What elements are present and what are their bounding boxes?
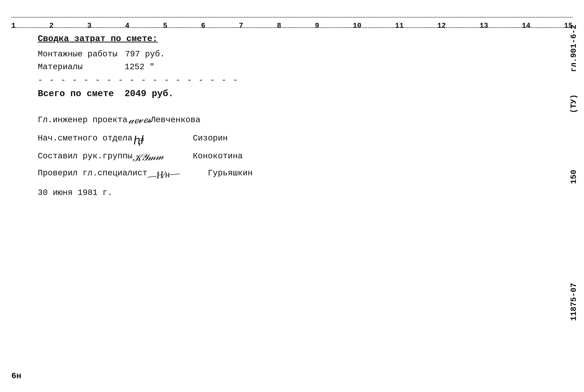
sig2-name: Сизорин (193, 134, 228, 143)
right-label-tu: (ТУ) (569, 94, 578, 113)
summary-row-2: Материалы 1252 " (38, 62, 554, 72)
signatures-section: Гл.инженер проекта 𝒶𝓮𝓋𝓮𝓈 Левченкова Нач.… (38, 114, 554, 198)
sig1-image: 𝒶𝓮𝓋𝓮𝓈 (128, 113, 151, 126)
sig2-image: ⱨⱡ (132, 129, 193, 148)
sig-row-2: Нач.сметного отдела ⱨⱡ Сизорин (38, 132, 554, 145)
ruler-num-1: 1 (11, 22, 16, 30)
total-label: Всего по смете (38, 88, 117, 99)
sig1-label: Гл.инженер проекта (38, 115, 128, 125)
page: 1 2 3 4 5 6 7 8 9 10 11 12 13 14 15 Свод… (0, 0, 584, 392)
ruler-num-9: 9 (315, 22, 319, 30)
ruler-num-13: 13 (480, 22, 488, 30)
ruler-num-12: 12 (437, 22, 446, 30)
main-content: Сводка затрат по смете: Монтажные работы… (38, 34, 554, 198)
right-label-doc-number: гл.901-6-2 (569, 24, 578, 72)
total-value: 2049 руб. (125, 88, 173, 99)
row2-label: Материалы (38, 62, 117, 72)
ruler-bottom-line (11, 27, 573, 28)
ruler-num-3: 3 (87, 22, 92, 30)
row1-label: Монтажные работы (38, 50, 117, 59)
sig-row-4: Проверил гл.специалист —Н⁄н― Гурьяшкин (38, 168, 554, 178)
sig1-name: Левченкова (151, 115, 200, 125)
ruler-dashed-line (11, 17, 573, 18)
summary-title: Сводка затрат по смете: (38, 34, 554, 44)
bottom-left-label: 6н (11, 371, 21, 381)
ruler-num-10: 10 (353, 22, 362, 30)
row2-value: 1252 " (125, 62, 154, 72)
ruler-num-14: 14 (522, 22, 530, 30)
sig4-label: Проверил гл.специалист (38, 168, 147, 178)
ruler: 1 2 3 4 5 6 7 8 9 10 11 12 13 14 15 (0, 11, 584, 26)
ruler-num-8: 8 (277, 22, 281, 30)
ruler-num-7: 7 (239, 22, 243, 30)
ruler-num-4: 4 (125, 22, 129, 30)
divider: - - - - - - - - - - - - - - - - - - (38, 76, 554, 85)
sig3-name: Конокотина (193, 152, 243, 161)
sig3-image: 𝒦𝒴𝓂𝓂 (132, 148, 193, 164)
sig4-image: —Н⁄н― (147, 164, 208, 182)
summary-row-1: Монтажные работы 797 руб. (38, 50, 554, 59)
right-label-bottom-number: 11875-07 (569, 283, 578, 321)
right-label-page: 150 (569, 170, 578, 184)
sig3-label: Составил рук.группы (38, 152, 133, 161)
ruler-num-6: 6 (201, 22, 205, 30)
ruler-numbers: 1 2 3 4 5 6 7 8 9 10 11 12 13 14 15 (11, 22, 573, 30)
sig-row-3: Составил рук.группы 𝒦𝒴𝓂𝓂 Конокотина (38, 150, 554, 162)
row1-value: 797 руб. (125, 50, 165, 59)
total-row: Всего по смете 2049 руб. (38, 88, 554, 99)
sig4-name: Гурьяшкин (208, 168, 253, 178)
sig2-label: Нач.сметного отдела (38, 134, 133, 143)
sig-row-1: Гл.инженер проекта 𝒶𝓮𝓋𝓮𝓈 Левченкова (38, 114, 554, 126)
ruler-num-5: 5 (163, 22, 167, 30)
date: 30 июня 1981 г. (38, 188, 554, 198)
ruler-num-2: 2 (49, 22, 54, 30)
ruler-num-11: 11 (395, 22, 404, 30)
